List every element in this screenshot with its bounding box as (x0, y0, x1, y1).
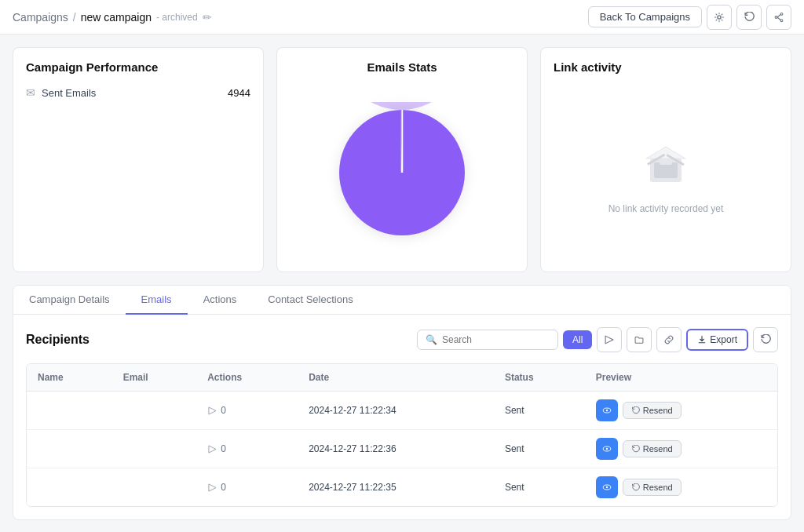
email-icon: ✉ (26, 86, 35, 99)
sent-emails-value: 4944 (228, 87, 250, 99)
all-filter-button[interactable]: All (563, 330, 592, 349)
cell-preview: Resend (585, 430, 777, 468)
resend-icon (631, 445, 640, 454)
link-activity-card: Link activity No link activity recorded … (540, 47, 791, 272)
refresh-recipients-icon (760, 334, 771, 345)
sent-emails-stat: ✉ Sent Emails 4944 (26, 86, 250, 99)
breadcrumb: Campaigns / new campaign - archived ✏ (13, 11, 212, 24)
cell-date: 2024-12-27 11:22:34 (298, 392, 494, 430)
refresh-icon (744, 12, 755, 23)
stats-row: Campaign Performance ✉ Sent Emails 4944 … (13, 47, 791, 272)
tabs-container: Campaign Details Emails Actions Contact … (13, 285, 791, 520)
cell-status: Sent (494, 392, 585, 430)
send-action-icon (207, 406, 217, 416)
resend-button[interactable]: Resend (623, 479, 682, 496)
recipients-table: Name Email Actions Date Status Preview (27, 364, 777, 506)
back-to-campaigns-button[interactable]: Back To Campaigns (588, 6, 702, 27)
resend-button[interactable]: Resend (623, 440, 682, 457)
col-actions: Actions (196, 364, 298, 392)
col-email: Email (112, 364, 196, 392)
sent-emails-label: Sent Emails (42, 87, 96, 99)
cell-actions: 0 (196, 468, 298, 507)
link-icon (663, 334, 674, 345)
emails-stats-title: Emails Stats (367, 60, 437, 74)
recipients-table-wrapper: Name Email Actions Date Status Preview (26, 363, 778, 507)
breadcrumb-campaign-name: new campaign (81, 11, 152, 24)
campaign-performance-title: Campaign Performance (26, 60, 250, 74)
col-name: Name (27, 364, 112, 392)
send-action-icon (207, 483, 217, 493)
cell-email (112, 430, 196, 468)
svg-point-0 (718, 15, 721, 18)
search-icon: 🔍 (426, 334, 437, 345)
breadcrumb-separator: / (73, 11, 76, 24)
link-filter-button[interactable] (656, 327, 682, 352)
svg-marker-8 (646, 147, 685, 159)
cell-date: 2024-12-27 11:22:36 (298, 430, 494, 468)
col-preview: Preview (585, 364, 777, 392)
pie-chart (331, 102, 473, 243)
cell-actions: 0 (196, 392, 298, 430)
svg-point-3 (775, 16, 777, 18)
refresh-icon-button[interactable] (736, 5, 762, 30)
cell-name (27, 430, 112, 468)
cell-status: Sent (494, 468, 585, 507)
resend-icon (631, 406, 640, 415)
empty-box-icon (634, 131, 697, 194)
toolbar-right: 🔍 All Export (417, 327, 778, 352)
recipients-section: Recipients 🔍 All (13, 315, 791, 519)
resend-button[interactable]: Resend (623, 402, 682, 419)
eye-icon (602, 444, 612, 454)
table-header-row: Name Email Actions Date Status Preview (27, 364, 777, 392)
tab-contact-selections[interactable]: Contact Selections (252, 286, 368, 315)
eye-icon (602, 406, 612, 415)
settings-icon-button[interactable] (707, 5, 732, 30)
tab-campaign-details[interactable]: Campaign Details (13, 286, 126, 315)
campaign-status-badge: - archived (156, 12, 198, 23)
export-button[interactable]: Export (686, 329, 748, 351)
emails-stats-card: Emails Stats (276, 47, 528, 272)
table-row: 0 2024-12-27 11:22:35 Sent Resend (27, 468, 777, 507)
search-box[interactable]: 🔍 (417, 330, 558, 350)
send-filter-button[interactable] (597, 327, 622, 352)
svg-point-2 (780, 19, 783, 21)
send-icon (604, 334, 615, 345)
recipients-toolbar: Recipients 🔍 All (26, 327, 778, 352)
link-activity-title: Link activity (554, 60, 778, 74)
eye-icon (602, 483, 612, 492)
breadcrumb-campaigns[interactable]: Campaigns (13, 11, 68, 24)
cell-preview: Resend (585, 392, 777, 430)
tab-actions[interactable]: Actions (188, 286, 253, 315)
send-action-icon (207, 444, 217, 454)
tabs-header: Campaign Details Emails Actions Contact … (13, 286, 791, 315)
share-icon (773, 12, 784, 23)
main-content: Campaign Performance ✉ Sent Emails 4944 … (0, 35, 804, 532)
preview-eye-button[interactable] (596, 438, 618, 460)
download-icon (697, 335, 707, 344)
resend-icon (631, 483, 640, 492)
cell-name (27, 392, 112, 430)
svg-rect-9 (660, 159, 672, 165)
header-actions: Back To Campaigns (588, 5, 791, 30)
cell-email (112, 468, 196, 507)
no-activity-text: No link activity recorded yet (608, 203, 724, 214)
no-activity-section: No link activity recorded yet (554, 86, 778, 259)
cell-preview: Resend (585, 468, 777, 507)
cell-name (27, 468, 112, 507)
preview-eye-button[interactable] (596, 476, 618, 498)
cell-status: Sent (494, 430, 585, 468)
tab-emails[interactable]: Emails (126, 286, 188, 315)
folder-icon (634, 334, 645, 345)
search-input[interactable] (442, 334, 550, 345)
svg-point-15 (606, 448, 608, 450)
folder-filter-button[interactable] (627, 327, 652, 352)
recipients-title: Recipients (26, 333, 90, 347)
share-icon-button[interactable] (766, 5, 791, 30)
refresh-recipients-button[interactable] (753, 327, 778, 352)
edit-icon[interactable]: ✏ (203, 11, 212, 24)
cell-email (112, 392, 196, 430)
cell-date: 2024-12-27 11:22:35 (298, 468, 494, 507)
preview-eye-button[interactable] (596, 399, 618, 421)
pie-chart-container (290, 86, 514, 259)
svg-point-13 (606, 410, 608, 411)
